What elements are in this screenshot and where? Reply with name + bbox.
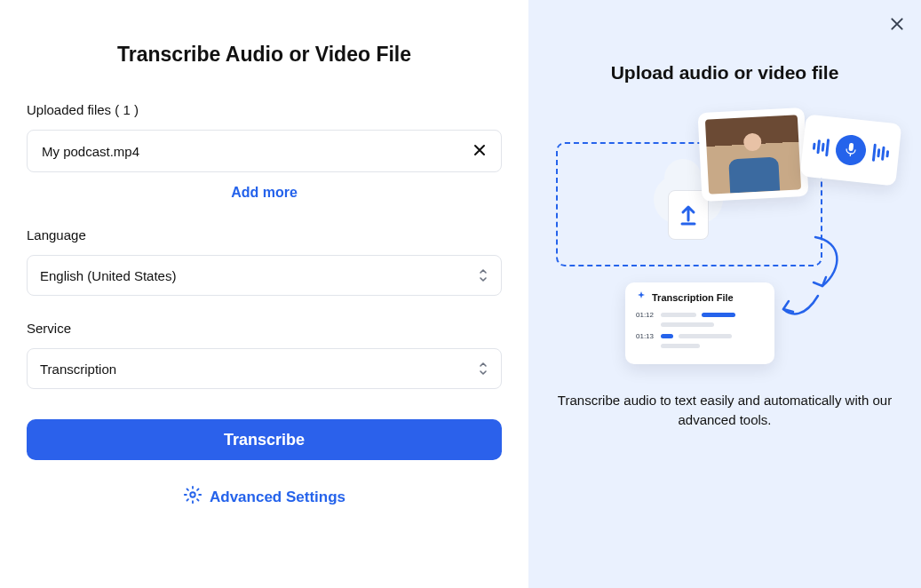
gear-icon [183,485,202,509]
uploaded-files-label: Uploaded files ( 1 ) [27,102,502,117]
language-label: Language [27,227,502,242]
close-icon[interactable] [889,16,905,36]
info-title: Upload audio or video file [611,62,839,83]
arrow-icon [806,233,851,295]
video-thumbnail-illustration [697,107,808,202]
uploaded-file-row: My podcast.mp4 [27,130,502,172]
transcription-card-illustration: Transcription File 01:12 01:13 [625,282,774,364]
info-description: Transcribe audio to text easily and auto… [556,391,893,430]
remove-file-icon[interactable] [472,143,487,160]
form-pane: Transcribe Audio or Video File Uploaded … [0,0,528,588]
transcription-card-title: Transcription File [652,292,734,303]
timestamp-label: 01:12 [636,311,655,319]
uploaded-file-name: My podcast.mp4 [42,144,139,159]
service-label: Service [27,321,502,336]
audio-wave-illustration [800,115,902,187]
language-select[interactable]: English (United States) [27,255,502,296]
sparkle-icon [636,291,647,304]
page-title: Transcribe Audio or Video File [27,43,502,67]
info-pane: Upload audio or video file [528,0,921,588]
add-more-button[interactable]: Add more [27,185,502,201]
advanced-settings-label: Advanced Settings [210,489,345,506]
arrow-icon [778,291,822,327]
transcribe-button[interactable]: Transcribe [27,419,502,460]
advanced-settings-button[interactable]: Advanced Settings [27,485,502,509]
svg-point-0 [190,492,195,497]
service-value: Transcription [40,362,116,377]
microphone-icon [834,133,867,166]
language-value: English (United States) [40,268,176,283]
svg-rect-1 [848,143,854,151]
chevron-up-down-icon [478,267,488,283]
upload-illustration: Transcription File 01:12 01:13 [556,108,893,375]
chevron-up-down-icon [478,361,488,377]
service-select[interactable]: Transcription [27,348,502,389]
timestamp-label: 01:13 [636,332,655,340]
